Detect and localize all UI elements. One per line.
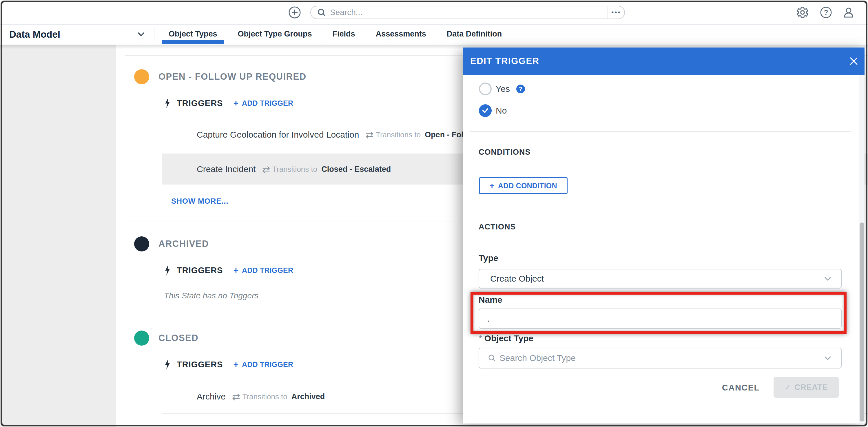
name-label: Name <box>478 295 502 305</box>
help-icon[interactable]: ? <box>819 6 832 19</box>
transition-icon: ⇄ <box>262 164 270 175</box>
create-button[interactable]: ✓ CREATE <box>774 377 839 398</box>
no-triggers-note: This State has no Triggers <box>164 291 258 300</box>
add-new-icon[interactable] <box>288 6 301 19</box>
user-profile-icon[interactable] <box>842 6 855 19</box>
modal-header: EDIT TRIGGER <box>463 48 865 75</box>
add-trigger-button[interactable]: + ADD TRIGGER <box>233 98 293 108</box>
search-icon <box>317 8 326 17</box>
modal-divider <box>470 210 851 210</box>
search-icon <box>488 354 496 362</box>
state-color-open-follow-up <box>134 69 149 84</box>
add-trigger-button[interactable]: + ADD TRIGGER <box>233 360 293 369</box>
nav-bar: Data Model Object Types Object Type Grou… <box>0 25 868 44</box>
search-more-icon[interactable]: ••• <box>608 8 624 17</box>
check-icon <box>482 107 489 115</box>
radio-option-no[interactable]: No <box>479 104 507 117</box>
lightning-icon <box>164 265 171 275</box>
help-tooltip-icon[interactable]: ? <box>516 85 525 93</box>
radio-unchecked-icon[interactable] <box>479 83 492 95</box>
state-heading: CLOSED <box>158 331 198 345</box>
svg-text:?: ? <box>824 8 828 16</box>
modal-divider <box>470 131 851 132</box>
chevron-down-icon <box>824 277 831 281</box>
state-color-archived <box>134 236 149 251</box>
chevron-down-icon[interactable] <box>137 32 145 36</box>
plus-icon: + <box>489 181 495 191</box>
search-input[interactable] <box>330 8 608 17</box>
tab-fields[interactable]: Fields <box>326 25 362 44</box>
transition-icon: ⇄ <box>365 129 373 141</box>
top-bar: ••• ? <box>0 0 868 25</box>
tab-data-definition[interactable]: Data Definition <box>440 25 508 44</box>
global-search[interactable]: ••• <box>310 6 625 19</box>
chevron-down-icon <box>824 356 831 360</box>
check-icon: ✓ <box>784 383 791 392</box>
state-heading: OPEN - FOLLOW UP REQUIRED <box>158 69 307 84</box>
plus-icon: + <box>233 265 239 275</box>
required-star: * <box>478 333 482 343</box>
trigger-row[interactable]: Archive ⇄ Transitions to Archived <box>197 389 325 405</box>
edit-trigger-modal: EDIT TRIGGER Yes ? No CONDITIONS + ADD C… <box>463 48 865 424</box>
nav-tabs: Object Types Object Type Groups Fields A… <box>162 25 516 44</box>
radio-option-yes[interactable]: Yes ? <box>479 83 525 95</box>
lightning-icon <box>164 98 171 108</box>
triggers-header: TRIGGERS + ADD TRIGGER <box>164 265 293 276</box>
plus-icon: + <box>233 98 239 108</box>
add-trigger-button[interactable]: + ADD TRIGGER <box>233 265 293 275</box>
modal-title: EDIT TRIGGER <box>470 48 539 75</box>
conditions-heading: CONDITIONS <box>478 148 531 157</box>
settings-gear-icon[interactable] <box>796 6 809 19</box>
type-select[interactable]: Create Object <box>478 269 842 288</box>
left-sidebar <box>0 45 116 427</box>
nav-divider <box>154 28 154 41</box>
modal-body: Yes ? No CONDITIONS + ADD CONDITION ACTI… <box>463 75 859 424</box>
object-type-select[interactable]: Search Object Type <box>478 347 842 368</box>
plus-icon: + <box>233 360 239 369</box>
actions-heading: ACTIONS <box>478 222 516 232</box>
tab-object-types[interactable]: Object Types <box>162 25 224 44</box>
state-heading: ARCHIVED <box>158 236 209 251</box>
object-type-label: *Object Type <box>478 333 533 343</box>
modal-scrollbar-thumb[interactable] <box>860 222 864 422</box>
add-condition-button[interactable]: + ADD CONDITION <box>479 177 567 194</box>
tab-assessments[interactable]: Assessments <box>369 25 433 44</box>
triggers-header: TRIGGERS + ADD TRIGGER <box>164 359 293 370</box>
modal-scrollbar-track[interactable] <box>859 75 865 424</box>
show-more-link[interactable]: SHOW MORE... <box>171 197 228 206</box>
type-label: Type <box>478 253 498 263</box>
radio-checked-icon[interactable] <box>479 104 492 117</box>
triggers-label: TRIGGERS <box>177 98 223 108</box>
context-selector[interactable]: Data Model <box>9 25 60 44</box>
close-icon[interactable] <box>848 56 859 66</box>
name-input[interactable] <box>478 308 842 329</box>
transition-icon: ⇄ <box>232 391 240 402</box>
state-color-closed <box>134 331 149 345</box>
lightning-icon <box>164 359 171 370</box>
triggers-header: TRIGGERS + ADD TRIGGER <box>164 97 293 109</box>
tab-object-type-groups[interactable]: Object Type Groups <box>231 25 318 44</box>
cancel-button[interactable]: CANCEL <box>722 383 760 393</box>
